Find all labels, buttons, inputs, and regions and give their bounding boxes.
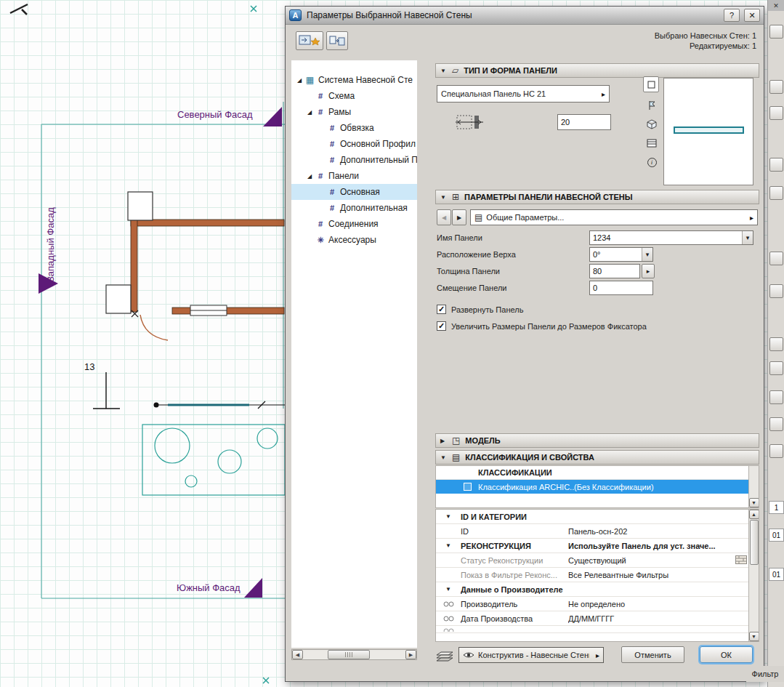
favorites-button[interactable]: [296, 31, 323, 50]
right-tool-button[interactable]: [769, 186, 783, 200]
checkbox-checked[interactable]: ✓: [437, 321, 446, 331]
group-expanded-icon[interactable]: ▼: [445, 513, 451, 520]
right-tool-button[interactable]: [769, 284, 783, 298]
group-expanded-icon[interactable]: ▼: [445, 586, 451, 592]
scrollbar-thumb[interactable]: [328, 650, 370, 659]
tree-item-ramy[interactable]: ◢ # Рамы: [291, 104, 417, 120]
right-field-fragment[interactable]: 1: [769, 501, 784, 514]
tree-item-obvyazka[interactable]: # Обвязка: [291, 120, 417, 136]
thickness-picker-button[interactable]: ▸: [642, 264, 655, 278]
favorites-icon: [299, 34, 320, 47]
checkbox-checked[interactable]: ✓: [437, 305, 446, 314]
parameter-page-dropdown[interactable]: ▤ Общие Параметры... ▸: [470, 209, 758, 225]
right-field-fragment[interactable]: 01: [769, 568, 784, 581]
thickness-value-input[interactable]: [589, 264, 640, 278]
main-panel-icon: #: [326, 188, 337, 196]
section-expanded-icon[interactable]: ▼: [440, 194, 447, 201]
section-panel-params-header[interactable]: ▼ ⊞ ПАРАМЕТРЫ ПАНЕЛИ НАВЕСНОЙ СТЕНЫ: [435, 190, 759, 204]
classification-row-selected[interactable]: Классификация ARCHIC... (Без Классификац…: [436, 480, 759, 494]
panel-name-combo[interactable]: ▾: [589, 230, 753, 245]
combo-arrow-icon[interactable]: ▾: [742, 231, 753, 244]
expander-icon[interactable]: ◢: [304, 173, 315, 180]
combo-arrow-icon[interactable]: ▾: [642, 248, 652, 261]
scroll-right-icon[interactable]: ▶: [405, 650, 416, 659]
right-field-fragment[interactable]: 01: [769, 529, 784, 542]
section-expanded-icon[interactable]: ▼: [440, 454, 447, 461]
scroll-down-icon[interactable]: ▼: [749, 498, 759, 507]
right-tool-button[interactable]: [769, 337, 783, 351]
classification-scrollbar[interactable]: ▼: [748, 466, 759, 507]
section-collapsed-icon[interactable]: ▶: [440, 438, 447, 444]
prop-row-production-date[interactable]: Дата Производства ДД/ММ/ГГГГ: [436, 611, 759, 626]
expander-icon[interactable]: ◢: [294, 77, 304, 84]
panel-offset-input[interactable]: [589, 281, 653, 295]
tree-item-sistema-navesnoy-steny[interactable]: ◢ ▦ Система Навесной Сте: [291, 72, 417, 88]
preview-plan-button[interactable]: [643, 76, 659, 92]
flip-panel-checkbox-row[interactable]: ✓ Развернуть Панель: [437, 305, 523, 314]
right-tool-button[interactable]: [769, 417, 783, 431]
dialog-title: Параметры Выбранной Навесной Стены: [307, 10, 472, 20]
right-tool-button[interactable]: [769, 361, 783, 375]
top-position-dropdown[interactable]: ▾: [589, 247, 653, 262]
tree-horizontal-scrollbar[interactable]: ◀ ▶: [291, 649, 417, 660]
page-prev-button[interactable]: ◀: [437, 209, 451, 225]
layer-dropdown[interactable]: Конструктив - Навесные Стены ▸: [458, 647, 604, 663]
window-close-fragment[interactable]: ✕: [768, 0, 784, 11]
panel-name-input[interactable]: [590, 231, 742, 244]
tree-item-soedineniya[interactable]: # Соединения: [291, 216, 417, 232]
prop-row-manufacturer[interactable]: Производитель Не определено: [436, 597, 759, 611]
page-next-button[interactable]: ▶: [452, 209, 466, 225]
scrollbar-thumb[interactable]: [750, 520, 759, 565]
prop-group-id-categories[interactable]: ▼ ID И КАТЕГОРИИ: [436, 510, 759, 524]
scroll-left-icon[interactable]: ◀: [292, 650, 303, 659]
top-position-value[interactable]: [590, 248, 642, 261]
dimension-label: 13: [84, 361, 94, 372]
prop-row-id[interactable]: ID Панель-осн-202: [436, 524, 759, 539]
cancel-button[interactable]: Отменить: [621, 646, 684, 663]
tree-item-skhema[interactable]: # Схема: [291, 88, 417, 104]
stretch-panel-checkbox-row[interactable]: ✓ Увеличить Размеры Панели до Размеров Ф…: [437, 321, 647, 331]
scroll-down-icon[interactable]: ▼: [749, 632, 759, 641]
prop-group-reconstruction[interactable]: ▼ РЕКОНСТРУКЦИЯ Используйте Панель для у…: [436, 539, 759, 553]
preview-marker-button[interactable]: [644, 98, 659, 113]
ok-button[interactable]: ОК: [700, 646, 753, 663]
prop-group-manufacturer-data[interactable]: ▼ Данные о Производителе: [436, 582, 759, 597]
panel-type-dropdown[interactable]: Специальная Панель НС 21 ▸: [437, 85, 610, 103]
tree-item-osnovnaya[interactable]: # Основная: [291, 184, 417, 200]
right-tool-button[interactable]: [769, 390, 783, 404]
right-tool-button[interactable]: [769, 25, 783, 39]
preview-info-button[interactable]: i: [644, 155, 659, 169]
tree-item-dopolnitelnyy-profil[interactable]: # Дополнительный П: [291, 152, 417, 168]
prop-row-renovation-status[interactable]: Статус Реконструкции Существующий: [436, 553, 759, 568]
section-classification-header[interactable]: ▼ ▤ КЛАССИФИКАЦИЯ И СВОЙСТВА: [435, 450, 759, 465]
right-toolbar-strip: ✕ 1 01 01: [767, 0, 784, 687]
scrollbar-track[interactable]: [303, 650, 405, 659]
transfer-settings-button[interactable]: [326, 31, 348, 50]
section-type-form-header[interactable]: ▼ ▱ ТИП И ФОРМА ПАНЕЛИ: [435, 63, 759, 78]
prop-row-renovation-filter[interactable]: Показ в Фильтре Реконс... Все Релевантны…: [436, 568, 759, 582]
layer-settings-button[interactable]: [435, 649, 456, 664]
tree-item-paneli[interactable]: ◢ # Панели: [291, 168, 417, 184]
section-model-header[interactable]: ▶ ◳ МОДЕЛЬ: [435, 433, 759, 448]
help-button[interactable]: ?: [724, 9, 740, 22]
right-tool-button[interactable]: [769, 252, 783, 265]
tree-item-aksessuary[interactable]: ✳ Аксессуары: [291, 232, 417, 248]
scroll-up-icon[interactable]: ▲: [749, 510, 759, 519]
section-expanded-icon[interactable]: ▼: [440, 68, 447, 74]
group-expanded-icon[interactable]: ▼: [445, 542, 451, 549]
filter-label: Фильтр: [746, 666, 784, 682]
close-button[interactable]: ✕: [744, 9, 760, 22]
properties-scrollbar[interactable]: ▲ ▼: [748, 510, 759, 641]
panel-thickness-input[interactable]: [557, 114, 611, 130]
right-tool-button[interactable]: [769, 80, 783, 94]
right-tool-button[interactable]: [769, 158, 783, 172]
tree-item-dopolnitelnaya[interactable]: # Дополнительная: [291, 200, 417, 216]
right-tool-button[interactable]: [769, 106, 783, 120]
right-tool-button[interactable]: [769, 444, 783, 458]
tree-item-osnovnoy-profil[interactable]: # Основной Профил: [291, 136, 417, 152]
preview-3d-button[interactable]: [644, 117, 659, 132]
classification-checkbox[interactable]: [464, 483, 472, 491]
expander-icon[interactable]: ◢: [304, 109, 315, 116]
preview-section-button[interactable]: [644, 136, 659, 150]
dialog-titlebar[interactable]: A Параметры Выбранной Навесной Стены ? ✕: [286, 7, 764, 25]
